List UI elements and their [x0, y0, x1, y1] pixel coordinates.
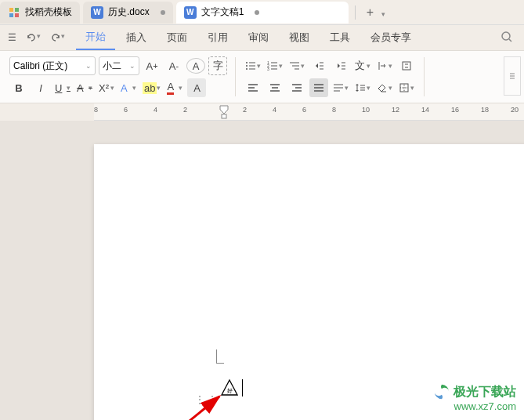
strikethrough-button[interactable]: A▾	[75, 78, 94, 97]
template-icon	[8, 6, 20, 19]
redo-button[interactable]: ▾	[47, 29, 68, 46]
modified-indicator	[255, 10, 259, 15]
svg-rect-54	[222, 114, 226, 118]
menu-home[interactable]: 开始	[76, 25, 115, 50]
menu-insert[interactable]: 插入	[117, 26, 156, 49]
svg-point-4	[502, 32, 510, 40]
bullets-button[interactable]: ▾	[244, 56, 262, 75]
svg-line-5	[509, 39, 511, 42]
text-effects-button[interactable]: A▾	[119, 78, 138, 97]
search-button[interactable]	[494, 27, 519, 49]
char-style-button[interactable]: 字	[208, 56, 227, 75]
tab-separator	[355, 5, 356, 20]
numbering-button[interactable]: 123▾	[266, 56, 284, 75]
borders-button[interactable]: ▾	[397, 78, 416, 97]
align-right-button[interactable]	[287, 78, 306, 97]
font-size-select[interactable]: 小二⌄	[99, 56, 139, 75]
clear-format-button[interactable]: A	[186, 58, 205, 74]
decrease-indent-button[interactable]	[309, 56, 328, 75]
svg-text:3: 3	[267, 67, 269, 71]
font-color-button[interactable]: A▾	[165, 78, 184, 97]
toolbar-separator	[424, 57, 425, 96]
chevron-down-icon: ▾	[381, 10, 385, 18]
chevron-down-icon: ▾	[37, 32, 41, 43]
paragraph-mark	[216, 349, 224, 364]
decrease-font-button[interactable]: A-	[164, 56, 183, 75]
increase-indent-button[interactable]	[331, 56, 350, 75]
line-spacing-button[interactable]: ▾	[353, 78, 372, 97]
char-shading-button[interactable]: A	[187, 78, 206, 97]
word-doc-icon: W	[184, 6, 197, 19]
menu-page[interactable]: 页面	[157, 26, 197, 49]
justify-button[interactable]	[309, 78, 328, 97]
tab-new-doc[interactable]: W 文字文稿1	[176, 2, 349, 24]
font-name-select[interactable]: Calibri (正文)⌄	[9, 56, 96, 75]
italic-button[interactable]: I	[31, 78, 50, 97]
svg-point-8	[246, 65, 248, 67]
document-area: ⋮⋮ 好 极光下载站 www.xz7.com	[0, 121, 524, 420]
object-anchor-icon[interactable]: ⋮⋮	[194, 393, 219, 406]
align-center-button[interactable]	[266, 78, 284, 97]
font-group: Calibri (正文)⌄ 小二⌄ A+ A- A 字 B I U▾ A▾ X²…	[5, 56, 232, 97]
text-cursor	[242, 379, 243, 396]
word-doc-icon: W	[91, 6, 103, 19]
menu-view[interactable]: 视图	[280, 26, 319, 49]
enclosed-text: 好	[227, 388, 233, 394]
menu-review[interactable]: 审阅	[239, 26, 278, 49]
enclosed-character: 好	[221, 379, 243, 399]
multilevel-list-button[interactable]: ▾	[287, 56, 306, 75]
increase-font-button[interactable]: A+	[143, 56, 161, 75]
logo-icon	[433, 383, 450, 400]
tab-bar: 找稻壳模板 W 历史.docx W 文字文稿1 + ▾	[0, 0, 524, 25]
modified-indicator	[161, 10, 165, 15]
highlight-button[interactable]: ab▾	[141, 78, 162, 97]
toolbar-separator	[235, 57, 236, 96]
svg-point-6	[246, 62, 248, 63]
menu-bar: ☰ ▾ ▾ 开始 插入 页面 引用 审阅 视图 工具 会员专享	[0, 25, 524, 50]
ribbon-expand-button[interactable]	[504, 56, 521, 96]
tab-history-doc[interactable]: W 历史.docx	[83, 2, 173, 24]
paragraph-group: ▾ 123▾ ▾ 文▾ ▾ ▾ ▾ ▾ ▾	[239, 56, 421, 97]
menu-member[interactable]: 会员专享	[361, 26, 421, 49]
tab-templates[interactable]: 找稻壳模板	[0, 2, 80, 24]
quick-access: ☰ ▾ ▾	[5, 29, 68, 46]
ribbon-toolbar: Calibri (正文)⌄ 小二⌄ A+ A- A 字 B I U▾ A▾ X²…	[0, 50, 524, 103]
align-left-button[interactable]	[244, 78, 262, 97]
tab-label: 文字文稿1	[201, 5, 244, 19]
tab-label: 历史.docx	[108, 5, 150, 19]
chevron-down-icon: ⌄	[85, 62, 92, 70]
page[interactable]	[94, 144, 524, 420]
bold-button[interactable]: B	[9, 78, 28, 97]
show-marks-button[interactable]	[397, 56, 416, 75]
svg-rect-0	[9, 8, 13, 12]
superscript-button[interactable]: X²▾	[97, 78, 116, 97]
distribute-button[interactable]: ▾	[331, 78, 350, 97]
svg-rect-2	[9, 13, 13, 17]
para-shading-button[interactable]: ▾	[375, 78, 394, 97]
horizontal-ruler[interactable]: 8 6 4 2 2 4 6 8 10 12 14 16 18 20	[94, 103, 524, 121]
undo-button[interactable]: ▾	[23, 29, 44, 46]
tab-label: 找稻壳模板	[25, 5, 72, 19]
watermark: 极光下载站 www.xz7.com	[433, 383, 516, 412]
underline-button[interactable]: U▾	[53, 78, 72, 97]
tab-settings-button[interactable]: ▾	[375, 56, 394, 75]
menu-reference[interactable]: 引用	[198, 26, 237, 49]
indent-marker[interactable]	[219, 105, 229, 121]
new-tab-button[interactable]: + ▾	[359, 5, 394, 20]
svg-rect-28	[403, 62, 410, 70]
svg-point-10	[246, 68, 248, 70]
app-menu-button[interactable]: ☰	[5, 29, 20, 46]
svg-rect-1	[15, 8, 19, 12]
menu-tools[interactable]: 工具	[320, 26, 360, 49]
chevron-down-icon: ▾	[61, 32, 65, 43]
chevron-down-icon: ⌄	[129, 62, 136, 70]
menu-tabs: 开始 插入 页面 引用 审阅 视图 工具 会员专享	[76, 25, 494, 50]
phonetic-guide-button[interactable]: 文▾	[353, 56, 372, 75]
svg-rect-3	[15, 13, 19, 17]
